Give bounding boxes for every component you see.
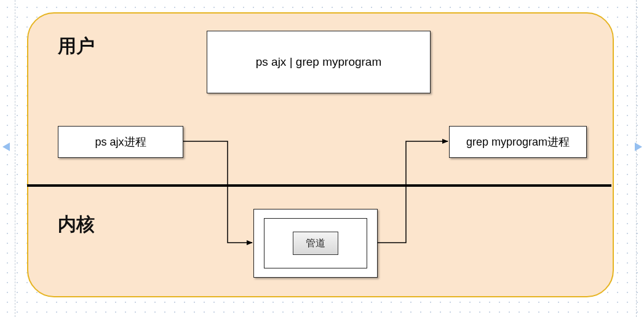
command-box: ps ajx | grep myprogram [207, 31, 431, 93]
svg-marker-0 [2, 143, 10, 151]
page-arrow-left-icon [2, 143, 10, 151]
process-box-ps: ps ajx进程 [58, 126, 183, 158]
user-space-label: 用户 [58, 34, 95, 59]
kernel-space-label: 内核 [58, 212, 95, 237]
svg-marker-1 [635, 143, 642, 151]
process-box-grep: grep myprogram进程 [449, 126, 587, 158]
command-text: ps ajx | grep myprogram [256, 55, 382, 69]
pipe-inner-box: 管道 [264, 218, 367, 268]
pipe-label: 管道 [306, 237, 325, 250]
process-ps-label: ps ajx进程 [95, 135, 146, 149]
page-arrow-right-icon [635, 143, 642, 151]
page-guide-left [15, 0, 15, 317]
user-kernel-divider [27, 184, 611, 187]
page-guide-right [636, 0, 637, 317]
pipe-container: 管道 [253, 209, 378, 278]
process-grep-label: grep myprogram进程 [466, 135, 570, 149]
pipe-button: 管道 [293, 232, 338, 255]
